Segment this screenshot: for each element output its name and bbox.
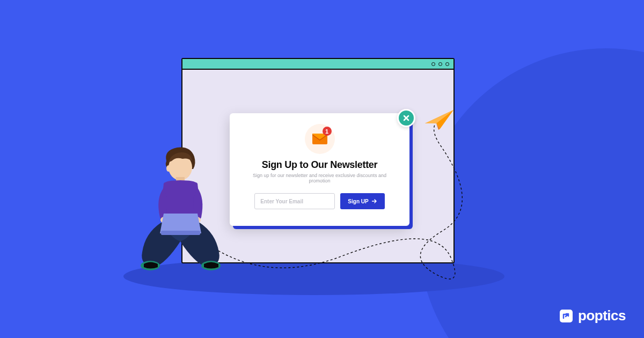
window-control-dot[interactable] bbox=[431, 62, 435, 66]
signup-button[interactable]: Sign UP bbox=[340, 193, 384, 209]
svg-rect-8 bbox=[161, 231, 200, 235]
signup-button-label: Sign UP bbox=[348, 199, 368, 204]
brand-icon bbox=[559, 308, 574, 324]
arrow-right-icon bbox=[372, 199, 377, 203]
browser-titlebar bbox=[182, 59, 453, 70]
close-button[interactable] bbox=[397, 109, 415, 127]
paper-plane-icon bbox=[424, 107, 456, 131]
close-icon bbox=[402, 114, 410, 122]
email-input[interactable] bbox=[254, 193, 335, 209]
popup-subtitle: Sign up for our newsletter and receive e… bbox=[243, 173, 397, 183]
signup-form: Sign UP bbox=[243, 193, 397, 209]
svg-point-2 bbox=[166, 165, 171, 172]
brand-name: poptics bbox=[578, 307, 626, 324]
mail-icon-container: 1 bbox=[305, 124, 335, 154]
window-control-dot[interactable] bbox=[438, 62, 442, 66]
notification-badge: 1 bbox=[323, 127, 332, 136]
person-illustration bbox=[134, 145, 231, 279]
popup-title: Sign Up to Our Newsletter bbox=[262, 159, 378, 171]
window-control-dot[interactable] bbox=[445, 62, 449, 66]
newsletter-popup: 1 Sign Up to Our Newsletter Sign up for … bbox=[230, 113, 409, 226]
brand-logo: poptics bbox=[559, 307, 626, 324]
